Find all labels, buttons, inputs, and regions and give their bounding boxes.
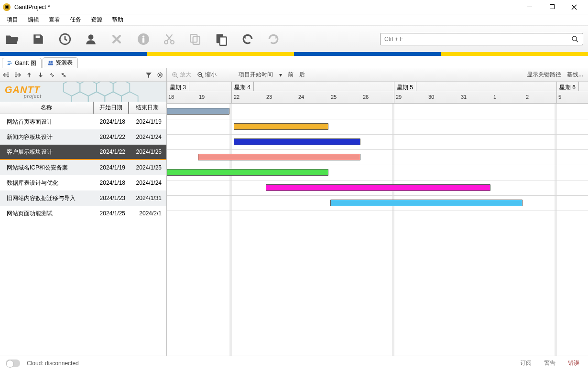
task-row[interactable]: 网站页面功能测试2024/1/252024/2/1 — [0, 206, 166, 221]
tab-gantt[interactable]: Gantt 图 — [2, 58, 42, 68]
col-end[interactable]: 结束日期 — [129, 102, 165, 114]
subscribe-link[interactable]: 订阅 — [517, 359, 534, 367]
task-end: 2024/1/24 — [129, 134, 165, 140]
schedule-button[interactable] — [57, 32, 73, 47]
gantt-bar[interactable] — [198, 154, 360, 160]
move-up-button[interactable] — [25, 71, 33, 79]
right-panel: 放大 缩小 项目开始时间 ▾ 前 后 显示关键路径 基线... 星期 3星期 4… — [167, 68, 588, 356]
weekend-bg — [392, 104, 394, 356]
svg-rect-19 — [48, 63, 53, 65]
info-button[interactable] — [136, 32, 151, 47]
warnings-link[interactable]: 警告 — [541, 359, 558, 367]
day-label: 29 — [396, 94, 402, 100]
task-start: 2024/1/22 — [94, 148, 129, 155]
task-row[interactable]: 新闻内容板块设计2024/1/222024/1/24 — [0, 129, 166, 145]
gantt-bar[interactable] — [330, 200, 523, 206]
day-label: 1 — [493, 94, 496, 100]
paste-button[interactable] — [213, 32, 229, 47]
search-box[interactable] — [380, 33, 583, 45]
project-start-dropdown[interactable]: 项目开始时间 ▾ — [237, 70, 284, 80]
settings-button[interactable] — [156, 71, 164, 79]
open-button[interactable] — [5, 32, 20, 47]
maximize-button[interactable] — [541, 0, 563, 14]
menu-project[interactable]: 项目 — [2, 14, 23, 26]
day-label: 24 — [298, 94, 304, 100]
tab-resources[interactable]: 资源表 — [43, 57, 78, 68]
gantt-bar[interactable] — [167, 108, 229, 115]
zoom-out-button[interactable]: 缩小 — [195, 70, 218, 80]
svg-point-13 — [572, 36, 577, 41]
logo-text: GANTT project — [5, 85, 42, 99]
svg-marker-31 — [72, 92, 88, 102]
prev-button[interactable]: 前 — [286, 70, 295, 80]
menu-task[interactable]: 任务 — [65, 14, 86, 26]
gantt-bar[interactable] — [234, 138, 360, 145]
gantt-bar[interactable] — [167, 169, 328, 176]
errors-link[interactable]: 错误 — [565, 359, 582, 367]
critical-path-button[interactable]: 显示关键路径 — [525, 70, 563, 80]
left-toolbar — [0, 68, 166, 82]
next-button[interactable]: 后 — [297, 70, 307, 80]
copy-button[interactable] — [187, 32, 203, 47]
zoom-in-button[interactable]: 放大 — [170, 70, 193, 80]
task-end: 2024/1/25 — [129, 164, 165, 171]
unlink-button[interactable] — [59, 71, 68, 79]
week-label: 星期 6 — [556, 82, 579, 91]
gantt-bar[interactable] — [266, 184, 490, 191]
main-toolbar — [0, 26, 588, 52]
task-row[interactable]: 网站首页界面设计2024/1/182024/1/19 — [0, 114, 166, 129]
col-name[interactable]: 名称 — [0, 102, 94, 114]
search-input[interactable] — [384, 36, 571, 42]
task-row[interactable]: 数据库表设计与优化2024/1/182024/1/24 — [0, 175, 166, 190]
task-row[interactable]: 客户展示板块设计2024/1/222024/1/25 — [0, 145, 166, 160]
filter-button[interactable] — [144, 71, 153, 79]
task-row[interactable]: 旧网站内容数据迁移与导入2024/1/232024/1/31 — [0, 190, 166, 206]
menu-help[interactable]: 帮助 — [107, 14, 128, 26]
gantt-body[interactable] — [167, 104, 588, 356]
search-icon[interactable] — [571, 35, 579, 43]
menu-resource[interactable]: 资源 — [86, 14, 107, 26]
task-row[interactable]: 网站域名ICP和公安备案2024/1/192024/1/25 — [0, 160, 166, 175]
svg-rect-14 — [8, 61, 11, 62]
task-table-body: 网站首页界面设计2024/1/182024/1/19新闻内容板块设计2024/1… — [0, 114, 166, 356]
indent-button[interactable] — [13, 71, 22, 79]
person-button[interactable] — [83, 32, 98, 47]
menu-edit[interactable]: 编辑 — [23, 14, 44, 26]
baseline-button[interactable]: 基线... — [565, 70, 585, 80]
task-name: 新闻内容板块设计 — [0, 133, 94, 141]
svg-rect-25 — [40, 73, 41, 75]
move-down-button[interactable] — [36, 71, 45, 79]
timeline-header: 星期 3星期 4星期 5星期 618192223242526293031125 — [167, 82, 588, 104]
svg-point-8 — [171, 41, 174, 44]
task-start: 2024/1/19 — [94, 164, 129, 171]
cut-button[interactable] — [162, 32, 177, 47]
day-label: 25 — [331, 94, 337, 100]
day-label: 30 — [428, 94, 434, 100]
day-label: 18 — [168, 94, 174, 100]
svg-point-3 — [88, 34, 94, 40]
save-button[interactable] — [31, 32, 46, 47]
week-label: 星期 3 — [167, 82, 189, 91]
undo-button[interactable] — [240, 32, 255, 47]
cloud-toggle[interactable] — [6, 359, 20, 367]
close-button[interactable] — [563, 0, 585, 14]
resources-icon — [48, 60, 54, 66]
task-name: 客户展示板块设计 — [0, 148, 94, 156]
menu-view[interactable]: 查看 — [44, 14, 65, 26]
gantt-logo: GANTT project — [0, 82, 166, 102]
svg-marker-32 — [88, 92, 105, 102]
outdent-button[interactable] — [2, 71, 11, 79]
svg-rect-0 — [527, 7, 532, 7]
content-area: GANTT project 名称 开始日期 结束日期 网站首页界面设计2024/… — [0, 68, 588, 356]
delete-button[interactable] — [109, 32, 124, 47]
redo-button[interactable] — [266, 32, 281, 47]
link-button[interactable] — [48, 71, 56, 79]
col-start[interactable]: 开始日期 — [94, 102, 129, 114]
gantt-bar[interactable] — [234, 123, 328, 130]
task-name: 数据库表设计与优化 — [0, 179, 94, 187]
hex-pattern-icon — [47, 82, 166, 102]
svg-point-18 — [51, 61, 53, 63]
task-table-header: 名称 开始日期 结束日期 — [0, 102, 166, 114]
minimize-button[interactable] — [519, 0, 541, 14]
svg-marker-29 — [97, 82, 113, 96]
